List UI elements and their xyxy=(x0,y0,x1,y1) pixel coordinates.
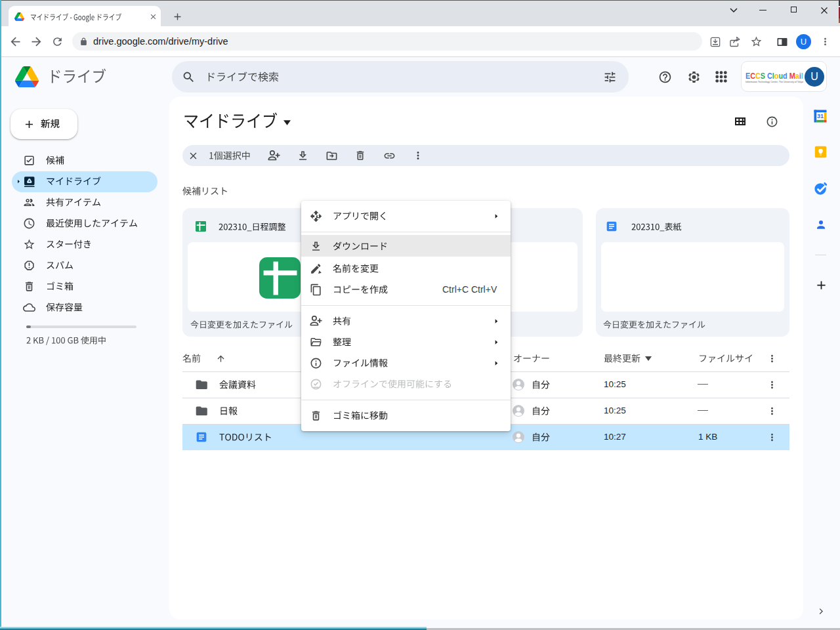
svg-text:31: 31 xyxy=(817,113,824,119)
